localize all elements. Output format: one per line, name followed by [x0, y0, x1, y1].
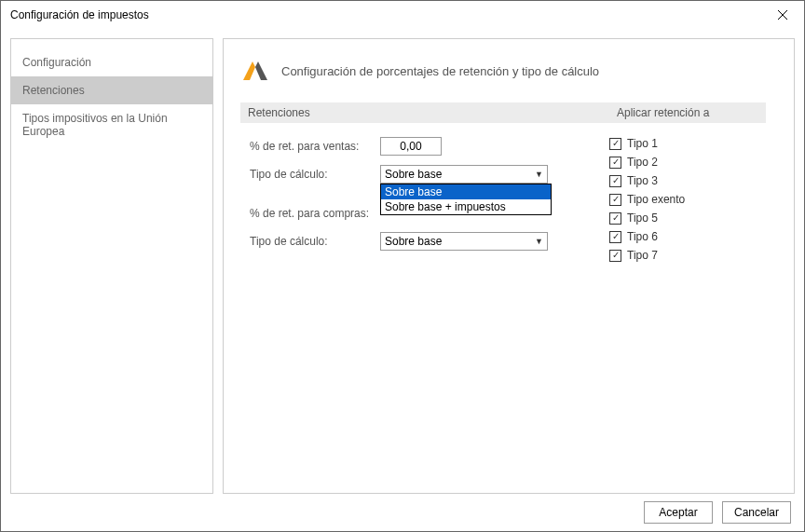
tax-agency-icon [240, 56, 270, 86]
select-calc-ventas[interactable]: Sobre base ▼ Sobre base Sobre base + imp… [380, 165, 548, 184]
close-button[interactable] [761, 1, 804, 29]
label-calc-compras: Tipo de cálculo: [240, 235, 380, 248]
sidebar-item-retenciones[interactable]: Retenciones [11, 76, 212, 104]
label-tipo3: Tipo 3 [627, 174, 658, 187]
dropdown-option-sobre-base-impuestos[interactable]: Sobre base + impuestos [381, 199, 551, 214]
section-headers: Retenciones Aplicar retención a [240, 102, 777, 123]
main-panel: Configuración de porcentajes de retenció… [223, 38, 795, 494]
apply-to-column: ✓ Tipo 1 ✓ Tipo 2 ✓ Tipo 3 ✓ Tipo exento… [609, 134, 777, 265]
sidebar: Configuración Retenciones Tipos impositi… [10, 38, 213, 494]
cancel-button[interactable]: Cancelar [722, 501, 791, 524]
content-area: Configuración Retenciones Tipos impositi… [1, 29, 804, 494]
main-header: Configuración de porcentajes de retenció… [240, 56, 777, 86]
input-ret-ventas[interactable] [380, 137, 442, 156]
chevron-down-icon: ▼ [535, 170, 543, 179]
label-tipo-exento: Tipo exento [627, 193, 685, 206]
label-tipo6: Tipo 6 [627, 230, 658, 243]
label-tipo2: Tipo 2 [627, 156, 658, 169]
checkbox-tipo1[interactable]: ✓ [609, 138, 621, 150]
checkbox-tipo7[interactable]: ✓ [609, 250, 621, 262]
select-calc-compras-value: Sobre base [385, 235, 442, 248]
sidebar-item-configuracion[interactable]: Configuración [11, 48, 212, 76]
label-tipo7: Tipo 7 [627, 249, 658, 262]
row-calc-compras: Tipo de cálculo: Sobre base ▼ [240, 229, 609, 253]
apply-row-tipo5: ✓ Tipo 5 [609, 209, 777, 227]
sidebar-item-tipos-ue[interactable]: Tipos impositivos en la Unión Europea [11, 104, 212, 145]
apply-row-tipo-exento: ✓ Tipo exento [609, 190, 777, 209]
checkbox-tipo5[interactable]: ✓ [609, 212, 621, 225]
form-column: % de ret. para ventas: Tipo de cálculo: … [240, 134, 609, 265]
label-ret-ventas: % de ret. para ventas: [240, 140, 380, 153]
section-aplicar-header: Aplicar retención a [609, 102, 766, 123]
label-tipo5: Tipo 5 [627, 211, 658, 225]
label-calc-ventas: Tipo de cálculo: [240, 168, 380, 181]
dropdown-option-sobre-base[interactable]: Sobre base [381, 184, 551, 199]
select-calc-ventas-value: Sobre base [385, 168, 442, 181]
checkbox-tipo-exento[interactable]: ✓ [609, 194, 621, 206]
section-retenciones-header: Retenciones [240, 102, 609, 123]
checkbox-tipo6[interactable]: ✓ [609, 231, 621, 243]
checkbox-tipo2[interactable]: ✓ [609, 157, 621, 169]
dropdown-calc-ventas: Sobre base Sobre base + impuestos [380, 184, 552, 215]
label-ret-compras: % de ret. para compras: [240, 207, 380, 220]
main-header-text: Configuración de porcentajes de retenció… [281, 64, 599, 78]
apply-row-tipo3: ✓ Tipo 3 [609, 171, 777, 190]
chevron-down-icon: ▼ [535, 237, 543, 246]
label-tipo1: Tipo 1 [627, 137, 658, 150]
apply-row-tipo1: ✓ Tipo 1 [609, 134, 777, 153]
apply-row-tipo6: ✓ Tipo 6 [609, 227, 777, 246]
select-calc-compras[interactable]: Sobre base ▼ [380, 232, 548, 251]
apply-row-tipo7: ✓ Tipo 7 [609, 246, 777, 265]
title-bar: Configuración de impuestos [1, 1, 804, 29]
row-ret-ventas: % de ret. para ventas: [240, 134, 609, 158]
row-calc-ventas: Tipo de cálculo: Sobre base ▼ Sobre base… [240, 162, 609, 186]
ok-button[interactable]: Aceptar [644, 501, 713, 524]
close-icon [778, 10, 787, 20]
apply-row-tipo2: ✓ Tipo 2 [609, 153, 777, 171]
window-title: Configuración de impuestos [10, 8, 761, 21]
footer: Aceptar Cancelar [1, 494, 804, 531]
body-area: % de ret. para ventas: Tipo de cálculo: … [240, 134, 777, 265]
checkbox-tipo3[interactable]: ✓ [609, 175, 621, 187]
